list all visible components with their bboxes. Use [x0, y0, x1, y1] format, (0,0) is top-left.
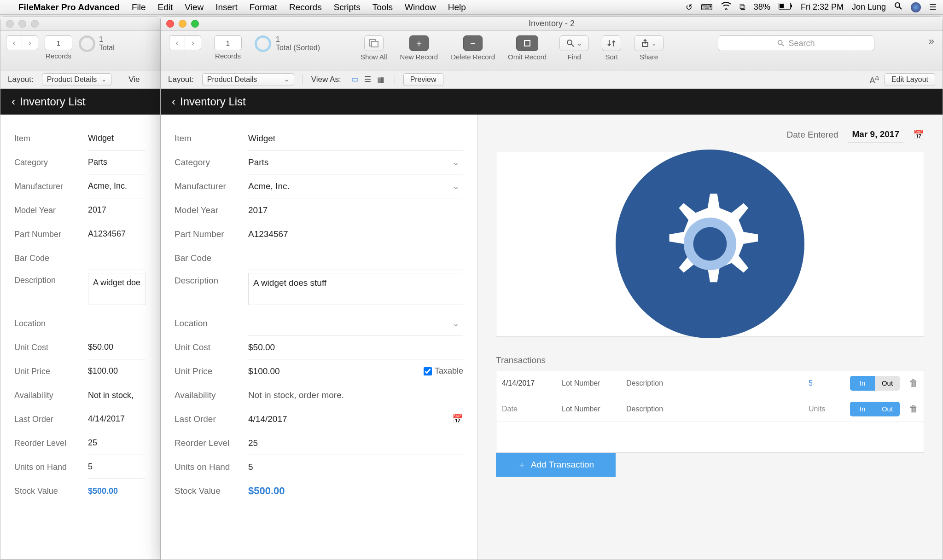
- layout-dropdown[interactable]: Product Details⌄: [42, 73, 112, 86]
- show-all-button[interactable]: [364, 35, 384, 51]
- category-field[interactable]: Parts: [88, 150, 146, 174]
- trx-lot[interactable]: Lot Number: [562, 379, 622, 387]
- spotlight-icon[interactable]: [894, 2, 902, 12]
- unitprice-field[interactable]: $100.00Taxable: [248, 359, 463, 383]
- window-title: Inventory - 2: [529, 19, 575, 29]
- description-field[interactable]: A widget doe: [88, 273, 146, 305]
- close-icon[interactable]: [166, 20, 174, 28]
- description-field[interactable]: A widget does stuff: [248, 273, 463, 305]
- preview-button[interactable]: Preview: [403, 73, 443, 86]
- transaction-row: 4/14/2017 Lot Number Description 5 InOut…: [496, 370, 924, 396]
- onhand-field[interactable]: 5: [88, 455, 146, 479]
- manufacturer-field[interactable]: Acme, Inc.: [248, 174, 463, 198]
- menu-file[interactable]: File: [132, 2, 146, 12]
- record-slider[interactable]: 1: [45, 35, 72, 50]
- menu-edit[interactable]: Edit: [158, 2, 173, 12]
- unitcost-field[interactable]: $50.00: [248, 335, 463, 359]
- calendar-icon[interactable]: 📅: [452, 414, 463, 424]
- menubar-clock[interactable]: Fri 2:32 PM: [801, 2, 844, 12]
- taxable-checkbox[interactable]: [424, 367, 432, 375]
- minimize-icon[interactable]: [179, 20, 186, 28]
- menu-view[interactable]: View: [185, 2, 204, 12]
- menu-window[interactable]: Window: [405, 2, 436, 12]
- expand-toolbar-icon[interactable]: »: [929, 35, 934, 47]
- trx-units[interactable]: 5: [809, 379, 845, 387]
- sort-button[interactable]: [602, 35, 621, 51]
- modelyear-field[interactable]: 2017: [248, 198, 463, 222]
- timemachine-icon[interactable]: ↺: [686, 2, 693, 12]
- view-form-icon[interactable]: ▭: [349, 75, 361, 85]
- label-location: Location: [175, 318, 248, 329]
- menu-format[interactable]: Format: [250, 2, 277, 12]
- inventory-list-header[interactable]: ‹Inventory List: [0, 89, 160, 115]
- zoom-icon[interactable]: [31, 20, 39, 28]
- item-field[interactable]: Widget: [248, 127, 463, 150]
- menu-records[interactable]: Records: [289, 2, 322, 12]
- new-record-button[interactable]: ＋: [409, 35, 429, 51]
- layout-dropdown[interactable]: Product Details⌄: [202, 73, 294, 86]
- view-list-icon[interactable]: ☰: [362, 75, 373, 85]
- add-transaction-button[interactable]: ＋Add Transaction: [496, 453, 616, 477]
- lastorder-field[interactable]: 4/14/2017: [88, 407, 146, 431]
- category-field[interactable]: Parts: [248, 150, 463, 174]
- minimize-icon[interactable]: [18, 20, 26, 28]
- unitcost-field[interactable]: $50.00: [88, 335, 146, 359]
- menubar-user[interactable]: Jon Lung: [852, 2, 886, 12]
- availability-field: Not in stock,: [88, 383, 146, 407]
- date-entered-field[interactable]: Mar 9, 2017: [848, 127, 904, 143]
- in-out-toggle[interactable]: InOut: [850, 402, 900, 416]
- wifi-icon[interactable]: [721, 2, 731, 12]
- trx-units[interactable]: Units: [809, 405, 845, 413]
- menu-insert[interactable]: Insert: [215, 2, 238, 12]
- product-image[interactable]: [496, 151, 924, 337]
- format-text-icon[interactable]: Aa: [870, 74, 879, 86]
- barcode-field[interactable]: [248, 246, 463, 270]
- calendar-icon[interactable]: 📅: [913, 129, 924, 140]
- record-slider[interactable]: 1: [214, 35, 242, 50]
- barcode-field[interactable]: [88, 246, 146, 270]
- zoom-icon[interactable]: [191, 20, 199, 28]
- view-table-icon[interactable]: ▦: [375, 75, 386, 85]
- label-modelyear: Model Year: [175, 205, 248, 215]
- airplay-icon[interactable]: ⧉: [739, 2, 745, 12]
- unitprice-field[interactable]: $100.00: [88, 359, 146, 383]
- omit-record-button[interactable]: [516, 35, 538, 51]
- menu-scripts[interactable]: Scripts: [334, 2, 361, 12]
- modelyear-field[interactable]: 2017: [88, 198, 146, 222]
- partnum-field[interactable]: A1234567: [88, 222, 146, 246]
- lastorder-field[interactable]: 4/14/2017📅: [248, 407, 463, 431]
- in-out-toggle[interactable]: InOut: [850, 376, 900, 391]
- trash-icon[interactable]: 🗑: [909, 404, 918, 414]
- manufacturer-field[interactable]: Acme, Inc.: [88, 174, 146, 198]
- battery-icon[interactable]: [779, 2, 792, 12]
- input-icon[interactable]: ⌨: [701, 2, 713, 12]
- trx-date[interactable]: Date: [502, 405, 557, 413]
- close-icon[interactable]: [6, 20, 14, 28]
- siri-icon[interactable]: [911, 2, 921, 12]
- item-field[interactable]: Widget: [88, 127, 146, 150]
- menu-tools[interactable]: Tools: [373, 2, 393, 12]
- trx-date[interactable]: 4/14/2017: [502, 379, 557, 387]
- reorder-field[interactable]: 25: [248, 431, 463, 455]
- window-inventory-2: Inventory - 2 ‹› 1 Records 1Total (Sorte…: [160, 17, 943, 560]
- partnum-field[interactable]: A1234567: [248, 222, 463, 246]
- search-input[interactable]: Search: [718, 35, 874, 51]
- trash-icon[interactable]: 🗑: [909, 378, 918, 388]
- battery-pct[interactable]: 38%: [754, 2, 770, 12]
- record-nav[interactable]: ‹›: [6, 35, 38, 50]
- trx-lot[interactable]: Lot Number: [562, 405, 622, 413]
- inventory-list-header[interactable]: ‹Inventory List: [161, 89, 943, 115]
- trx-desc[interactable]: Description: [626, 379, 804, 387]
- trx-desc[interactable]: Description: [626, 405, 804, 413]
- notifications-icon[interactable]: ☰: [929, 2, 937, 12]
- location-field[interactable]: [248, 312, 463, 335]
- menu-help[interactable]: Help: [448, 2, 466, 12]
- stockvalue-field: $500.00: [88, 479, 146, 503]
- share-button[interactable]: ⌄: [634, 35, 664, 51]
- edit-layout-button[interactable]: Edit Layout: [885, 73, 935, 86]
- reorder-field[interactable]: 25: [88, 431, 146, 455]
- app-name[interactable]: FileMaker Pro Advanced: [18, 2, 120, 12]
- delete-record-button[interactable]: −: [463, 35, 483, 51]
- find-button[interactable]: ⌄: [559, 35, 589, 51]
- record-nav[interactable]: ‹›: [169, 35, 201, 50]
